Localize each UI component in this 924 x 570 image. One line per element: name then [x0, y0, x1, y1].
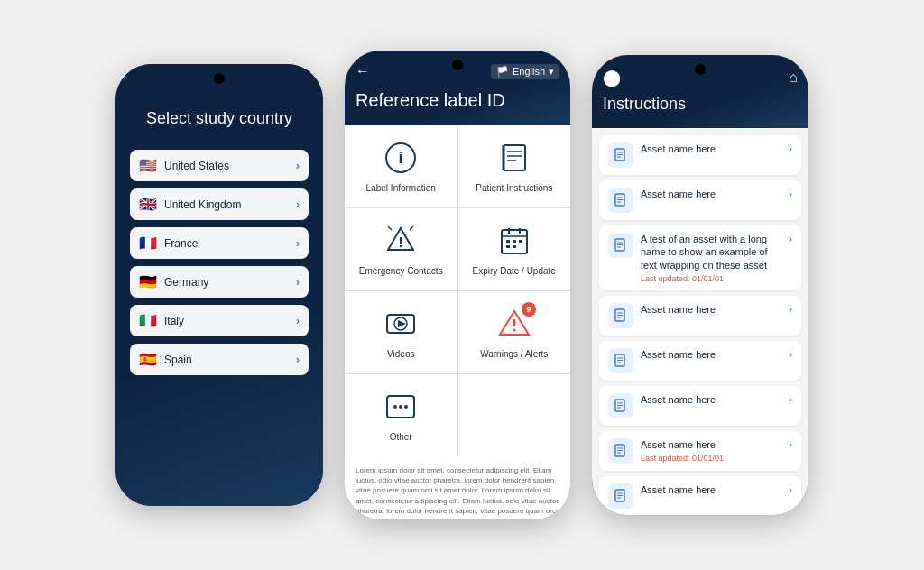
menu-item-other[interactable]: Other	[345, 374, 457, 456]
asset-item-0[interactable]: Asset name here ›	[599, 135, 801, 175]
asset-name: Asset name here	[641, 188, 785, 200]
country-item-germany[interactable]: 🇩🇪 Germany ›	[130, 266, 309, 298]
asset-info: Asset name here	[641, 142, 785, 155]
doc-icon	[608, 348, 633, 373]
asset-name: A test of an asset with a long name to s…	[641, 233, 785, 271]
asset-info: A test of an asset with a long name to s…	[641, 233, 785, 283]
country-left: 🇬🇧 United Kingdom	[139, 196, 241, 213]
svg-point-29	[399, 405, 402, 409]
menu-item-videos[interactable]: Videos	[345, 291, 457, 373]
alarm-icon	[383, 223, 419, 259]
menu-label-emergency: Emergency Contacts	[359, 266, 443, 276]
chevron-down-icon: ▾	[549, 66, 554, 78]
menu-label-patient: Patient Instructions	[476, 183, 552, 193]
warning-badge: 9	[522, 302, 536, 317]
asset-date: Last updated: 01/01/01	[641, 454, 785, 463]
instructions-title: Instructions	[603, 95, 798, 114]
language-selector[interactable]: 🏳️ English ▾	[491, 64, 559, 79]
menu-label-warnings: Warnings / Alerts	[480, 349, 548, 359]
svg-rect-20	[513, 245, 516, 248]
svg-point-30	[404, 405, 408, 409]
asset-name: Asset name here	[641, 438, 785, 451]
doc-icon	[608, 233, 633, 258]
menu-label-info: Label Information	[366, 183, 436, 193]
flag-icon: 🇫🇷	[139, 234, 157, 252]
menu-empty-cell	[458, 374, 571, 456]
country-item-united-states[interactable]: 🇺🇸 United States ›	[130, 150, 309, 181]
asset-item-4[interactable]: Asset name here ›	[599, 341, 801, 381]
phone-country-select: Select study country 🇺🇸 United States › …	[116, 64, 323, 506]
flag-icon: 🇪🇸	[139, 351, 157, 368]
video-icon	[383, 306, 419, 342]
chevron-right-icon: ›	[296, 354, 300, 366]
chevron-right-icon: ›	[296, 276, 300, 289]
country-name: France	[164, 237, 198, 250]
svg-line-11	[410, 226, 413, 230]
phone-reference-label: ← 🏳️ English ▾ Reference label ID i Labe…	[345, 51, 570, 519]
doc-icon	[608, 483, 633, 509]
asset-info: Asset name here	[641, 483, 785, 496]
asset-left: Asset name here	[608, 303, 785, 328]
phone-screen: Select study country 🇺🇸 United States › …	[116, 64, 323, 506]
svg-rect-19	[506, 245, 510, 248]
asset-item-5[interactable]: Asset name here ›	[599, 386, 801, 426]
doc-icon	[608, 438, 633, 464]
home-icon[interactable]: ⌂	[789, 69, 798, 86]
asset-item-6[interactable]: Asset name here Last updated: 01/01/01 ›	[599, 431, 801, 471]
chevron-right-icon: ›	[789, 438, 792, 451]
menu-item-expiry[interactable]: Expiry Date / Update	[458, 208, 571, 290]
doc-icon	[608, 393, 633, 418]
calendar-icon	[496, 223, 532, 259]
country-item-spain[interactable]: 🇪🇸 Spain ›	[130, 344, 309, 375]
svg-marker-23	[398, 320, 406, 327]
menu-item-emergency[interactable]: Emergency Contacts	[345, 208, 457, 290]
chevron-right-icon: ›	[789, 393, 792, 406]
phone2-footer-text: Lorem ipsum dolor sit amet, consectetur …	[345, 456, 570, 519]
svg-line-10	[388, 226, 392, 230]
asset-left: Asset name here Last updated: 01/01/01	[608, 438, 785, 464]
svg-rect-16	[506, 240, 510, 243]
doc-icon	[608, 303, 633, 328]
country-name: Spain	[164, 354, 192, 366]
phone-notch	[214, 73, 225, 84]
asset-left: Asset name here	[608, 142, 785, 168]
asset-item-2[interactable]: A test of an asset with a long name to s…	[599, 225, 801, 290]
menu-item-label-info[interactable]: i Label Information	[345, 125, 457, 207]
country-name: Germany	[164, 276, 208, 289]
asset-info: Asset name here	[641, 188, 785, 200]
back-icon[interactable]: ←	[356, 63, 370, 79]
asset-info: Asset name here Last updated: 01/01/01	[641, 438, 785, 463]
asset-name: Asset name here	[641, 348, 785, 361]
chevron-right-icon: ›	[789, 303, 792, 316]
country-item-italy[interactable]: 🇮🇹 Italy ›	[130, 305, 309, 336]
asset-info: Asset name here	[641, 303, 785, 316]
asset-item-7[interactable]: Asset name here ›	[599, 476, 801, 515]
asset-item-1[interactable]: Asset name here ›	[599, 180, 801, 220]
menu-label-other: Other	[390, 432, 412, 442]
chevron-right-icon: ›	[789, 483, 792, 496]
asset-left: Asset name here	[608, 483, 785, 509]
warning-icon-container: 9	[496, 306, 532, 342]
country-name: United States	[164, 160, 229, 172]
svg-rect-2	[504, 145, 525, 170]
dots-icon	[383, 389, 419, 425]
doc-icon	[608, 188, 633, 213]
country-left: 🇺🇸 United States	[139, 157, 229, 174]
asset-name: Asset name here	[641, 142, 785, 155]
asset-info: Asset name here	[641, 348, 785, 361]
back-circle-icon[interactable]: ⬤	[603, 68, 621, 87]
asset-left: Asset name here	[608, 188, 785, 213]
country-item-united-kingdom[interactable]: 🇬🇧 United Kingdom ›	[130, 188, 309, 220]
country-left: 🇪🇸 Spain	[139, 351, 192, 368]
menu-grid: i Label Information Patient Instructio	[345, 125, 570, 456]
menu-item-warnings[interactable]: 9 Warnings / Alerts	[458, 291, 571, 373]
asset-item-3[interactable]: Asset name here ›	[599, 296, 801, 336]
country-item-france[interactable]: 🇫🇷 France ›	[130, 227, 309, 259]
svg-point-9	[400, 245, 402, 247]
country-list: 🇺🇸 United States › 🇬🇧 United Kingdom › 🇫…	[130, 150, 309, 375]
language-label: English	[513, 66, 545, 77]
flag-icon: 🇬🇧	[139, 196, 157, 213]
country-left: 🇮🇹 Italy	[139, 312, 184, 329]
menu-item-patient-instructions[interactable]: Patient Instructions	[458, 125, 571, 207]
asset-date: Last updated: 01/01/01	[641, 274, 785, 283]
